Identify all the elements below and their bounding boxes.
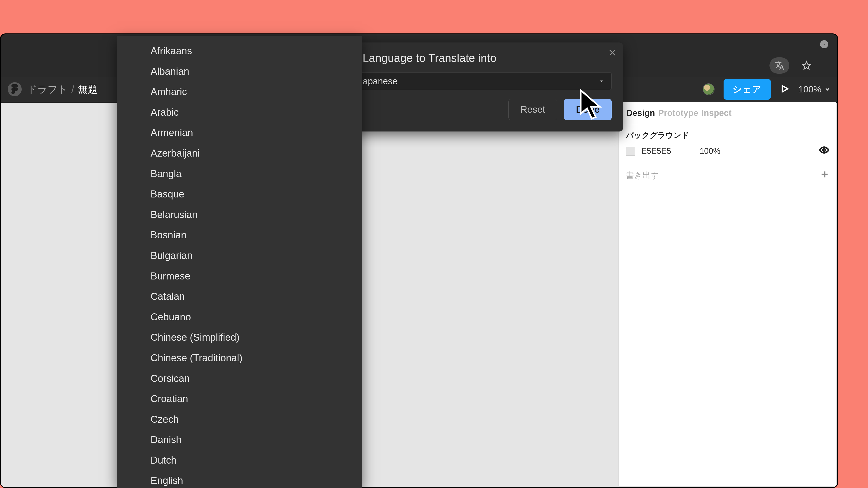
visibility-icon[interactable] [819,145,829,157]
close-icon[interactable]: ✕ [608,48,617,58]
breadcrumb-drafts[interactable]: ドラフト [27,83,68,96]
breadcrumb-current[interactable]: 無題 [78,83,98,96]
breadcrumb-separator: / [71,84,74,95]
language-option[interactable]: Arabic [117,102,362,123]
language-option[interactable]: Czech [117,409,362,430]
present-icon[interactable] [780,84,789,94]
tab-inspect[interactable]: Inspect [700,108,733,118]
translate-popup-title: Language to Translate into [363,52,612,65]
language-option[interactable]: Danish [117,429,362,450]
language-option[interactable]: Burmese [117,266,362,287]
color-swatch[interactable] [626,147,635,156]
tab-prototype[interactable]: Prototype [657,108,700,118]
export-section[interactable]: 書き出す [619,164,836,187]
language-option[interactable]: Corsican [117,368,362,389]
star-icon[interactable] [797,57,816,74]
avatar[interactable] [703,84,715,95]
breadcrumb: ドラフト / 無題 [27,83,98,96]
language-option[interactable]: Bangla [117,164,362,184]
chevron-down-icon [824,86,831,92]
language-option[interactable]: Chinese (Traditional) [117,348,362,368]
language-option[interactable]: Afrikaans [117,41,362,61]
reset-button[interactable]: Reset [508,99,557,120]
inspector-panel: Design Prototype Inspect バックグラウンド E5E5E5… [618,102,836,486]
figma-logo-icon[interactable] [8,82,22,96]
language-option[interactable]: Albanian [117,61,362,82]
tab-design[interactable]: Design [625,108,656,118]
background-opacity[interactable]: 100% [700,147,758,156]
language-option[interactable]: Bosnian [117,225,362,246]
zoom-value: 100% [798,84,822,94]
language-option[interactable]: Amharic [117,82,362,102]
language-option[interactable]: Chinese (Simplified) [117,327,362,348]
inspector-tabs: Design Prototype Inspect [619,102,836,124]
language-option[interactable]: Dutch [117,450,362,470]
language-option[interactable]: Cebuano [117,307,362,327]
export-label: 書き出す [626,170,659,181]
plus-icon[interactable] [820,170,829,181]
translate-icon[interactable] [770,57,789,74]
zoom-control[interactable]: 100% [798,84,831,94]
language-option[interactable]: Armenian [117,123,362,143]
dropdown-caret-icon [598,78,604,85]
language-select-value: Japanese [358,76,397,86]
language-option[interactable]: English [117,470,362,488]
background-section-title: バックグラウンド [626,130,694,140]
background-section: バックグラウンド E5E5E5 100% [619,124,836,164]
language-option[interactable]: Croatian [117,389,362,409]
language-option[interactable]: Azerbaijani [117,143,362,164]
browser-menu-icon[interactable] [820,40,828,48]
language-dropdown-list[interactable]: Afrikaans Albanian Amharic Arabic Armeni… [117,36,362,488]
cursor-icon [578,89,605,121]
language-option[interactable]: Basque [117,184,362,204]
background-hex[interactable]: E5E5E5 [641,147,693,156]
language-option[interactable]: Belarusian [117,204,362,225]
svg-point-0 [823,149,826,151]
background-fill-row[interactable]: E5E5E5 100% [626,145,829,157]
share-button[interactable]: シェア [723,79,771,100]
language-option[interactable]: Catalan [117,286,362,307]
language-option[interactable]: Bulgarian [117,246,362,266]
language-select[interactable]: Japanese [351,72,612,90]
